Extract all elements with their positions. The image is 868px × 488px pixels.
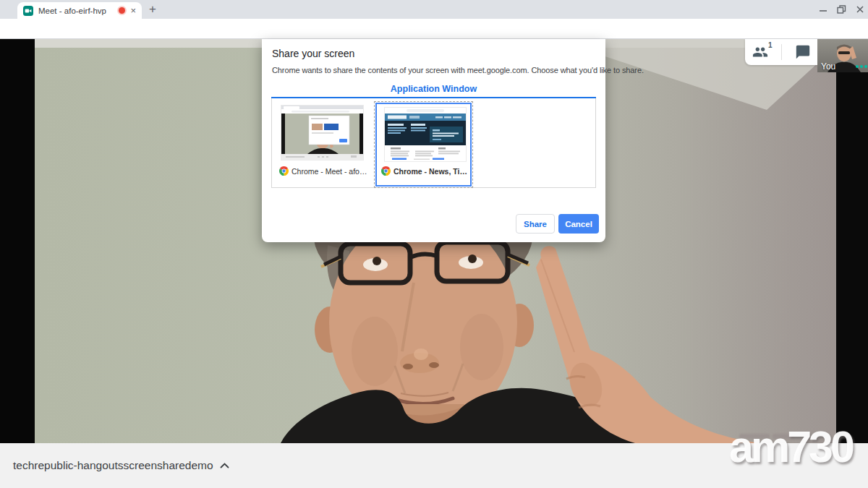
dialog-title: Share your screen (272, 48, 354, 59)
minimize-window-icon[interactable] (818, 4, 828, 14)
window-thumbnail-meet[interactable] (281, 106, 363, 160)
self-view-label: You (821, 61, 835, 72)
teal-dots-icon (856, 65, 867, 68)
panel-divider (781, 44, 782, 60)
recording-indicator-icon (119, 7, 125, 14)
browser-toolbar: https://meet.google.com/afo-eirf-hvp?aut… (0, 19, 868, 39)
tab-title: Meet - afo-eirf-hvp (38, 7, 116, 15)
close-window-icon[interactable] (855, 4, 865, 14)
meeting-name: techrepublic-hangoutsscreensharedemo (13, 459, 213, 472)
meet-favicon-icon (23, 6, 33, 16)
chat-icon[interactable] (794, 44, 812, 60)
window-tile-news-label: Chrome - News, Tips, a... (393, 167, 468, 176)
chrome-icon (279, 166, 289, 176)
window-tile-news-label-row: Chrome - News, Tips, a... (381, 166, 468, 176)
share-screen-dialog: Share your screen Chrome wants to share … (262, 39, 605, 242)
letterbox-left (0, 39, 35, 443)
letterbox-right (836, 39, 868, 443)
restore-window-icon[interactable] (836, 4, 846, 14)
tab-close-icon[interactable]: × (130, 6, 136, 15)
window-tile-news-selected[interactable]: Chrome - News, Tips, a... (375, 103, 472, 187)
tab-strip: Meet - afo-eirf-hvp × + (0, 0, 868, 19)
browser-tab[interactable]: Meet - afo-eirf-hvp × (17, 2, 142, 19)
chevron-up-icon (220, 463, 229, 468)
window-tile-meet[interactable]: Chrome - Meet - afo-eirf-... (279, 166, 369, 176)
participants-icon[interactable]: 1 (752, 44, 769, 60)
tab-application-window[interactable]: Application Window (262, 84, 605, 94)
meeting-name-row[interactable]: techrepublic-hangoutsscreensharedemo (13, 443, 229, 488)
cancel-button[interactable]: Cancel (558, 214, 599, 234)
participants-count: 1 (768, 41, 773, 49)
window-thumbnail-news (385, 108, 466, 161)
chrome-icon (381, 166, 391, 176)
am730-watermark: am730 (729, 425, 868, 469)
meet-browser-window: Meet - afo-eirf-hvp × + http (0, 0, 868, 488)
share-button[interactable]: Share (516, 214, 555, 234)
dialog-body-text: Chrome wants to share the contents of yo… (272, 66, 644, 74)
self-view-video[interactable]: You (817, 39, 868, 72)
window-tile-meet-label: Chrome - Meet - afo-eirf-... (292, 167, 369, 176)
video-stage: 1 You Share your screen Chrom (0, 39, 868, 443)
new-tab-button[interactable]: + (147, 4, 158, 15)
meet-top-panel: 1 (745, 39, 817, 65)
